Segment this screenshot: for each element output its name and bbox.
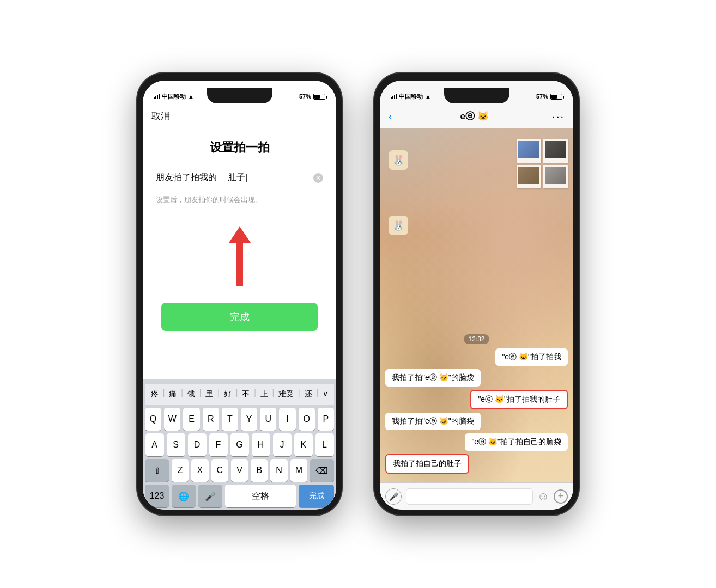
avatar-image: 🐰 [389, 150, 408, 170]
suggestion-8[interactable]: 难受 [275, 388, 297, 400]
sep-4: | [217, 388, 220, 400]
contact-avatar-2: 🐰 [385, 216, 411, 235]
key-123[interactable]: 123 [145, 485, 169, 507]
suggestion-9[interactable]: 还 [301, 388, 315, 400]
key-r[interactable]: R [203, 408, 219, 431]
key-m[interactable]: M [290, 459, 307, 482]
msg-2: 我拍了拍"eⓔ 🐱"的脑袋 [385, 369, 568, 387]
msg-text-3: "eⓔ 🐱"拍了拍我的肚子 [478, 395, 560, 403]
status-right-2: 57% [536, 93, 562, 100]
clear-button[interactable]: ✕ [313, 173, 323, 183]
sep-8: | [298, 388, 300, 400]
key-y[interactable]: Y [241, 408, 257, 431]
suggestion-1[interactable]: 疼 [148, 388, 162, 400]
polaroid-1 [517, 139, 541, 163]
suggestion-6[interactable]: 不 [239, 388, 253, 400]
key-done[interactable]: 完成 [299, 485, 334, 507]
key-mic[interactable]: 🎤 [198, 485, 222, 507]
key-shift[interactable]: ⇧ [145, 459, 169, 482]
key-e[interactable]: E [183, 408, 199, 431]
suggestion-expand[interactable]: ∨ [319, 388, 331, 400]
polaroid-3-image [518, 167, 539, 184]
suggestion-5[interactable]: 好 [221, 388, 235, 400]
suggestion-2[interactable]: 痛 [166, 388, 180, 400]
key-s[interactable]: S [167, 433, 185, 456]
key-l[interactable]: L [315, 433, 334, 456]
msg-3: "eⓔ 🐱"拍了拍我的肚子 [385, 390, 568, 409]
arrow-shaft [236, 243, 243, 286]
signal-bar-2-1 [391, 97, 392, 99]
key-delete[interactable]: ⌫ [310, 459, 334, 482]
signal-icon [154, 94, 160, 99]
suggestion-7[interactable]: 上 [257, 388, 271, 400]
sep-1: | [163, 388, 165, 400]
signal-icon-2 [391, 94, 397, 99]
key-w[interactable]: W [164, 408, 180, 431]
key-globe[interactable]: 🌐 [172, 485, 196, 507]
polaroid-4-image [545, 167, 566, 184]
arrow-indicator [156, 226, 323, 286]
msg-text-6: 我拍了拍自己的肚子 [393, 459, 462, 468]
suggestion-4[interactable]: 里 [202, 388, 216, 400]
key-o[interactable]: O [299, 408, 315, 431]
signal-bar-3 [157, 95, 158, 99]
msg-time: 12:32 [464, 334, 489, 344]
text-cursor: | [245, 173, 247, 183]
keyboard: 疼 | 痛 | 饿 | 里 | 好 | 不 | 上 | 难受 | 还 [143, 379, 336, 510]
battery-percent-2: 57% [536, 93, 548, 100]
key-b[interactable]: B [251, 459, 268, 482]
nav-bar-1: 取消 [143, 105, 336, 128]
sep-9: | [316, 388, 318, 400]
msg-text-1: "eⓔ 🐱"拍了拍我 [502, 352, 561, 361]
key-k[interactable]: K [294, 433, 313, 456]
key-n[interactable]: N [270, 459, 287, 482]
text-input-area[interactable]: 朋友拍了拍我的 肚子 | ✕ [156, 172, 323, 188]
key-u[interactable]: U [260, 408, 276, 431]
msg-text-4: 我拍了拍"eⓔ 🐱"的脑袋 [392, 416, 474, 425]
chat-nav: ‹ eⓔ 🐱 ··· [380, 105, 573, 128]
key-p[interactable]: P [318, 408, 334, 431]
add-button[interactable]: + [554, 489, 568, 504]
key-d[interactable]: D [188, 433, 207, 456]
text-value: 肚子 [228, 172, 245, 183]
polaroid-4 [543, 165, 568, 188]
keyboard-row-1: Q W E R T Y U I O P [145, 408, 334, 431]
emoji-button[interactable]: ☺ [537, 489, 549, 504]
msg-bubble-5: "eⓔ 🐱"拍了拍自己的脑袋 [465, 433, 568, 451]
hint-text: 设置后，朋友拍你的时候会出现。 [156, 195, 323, 205]
voice-button[interactable]: 🎤 [385, 488, 402, 505]
key-i[interactable]: I [279, 408, 295, 431]
key-g[interactable]: G [230, 433, 249, 456]
chat-text-input[interactable] [406, 488, 533, 505]
key-a[interactable]: A [145, 433, 164, 456]
carrier-label-2: 中国移动 [399, 93, 423, 101]
msg-bubble-4: 我拍了拍"eⓔ 🐱"的脑袋 [385, 413, 481, 430]
msg-text-2: 我拍了拍"eⓔ 🐱"的脑袋 [392, 373, 474, 382]
sep-5: | [236, 388, 238, 400]
signal-bar-4 [159, 94, 160, 99]
back-button[interactable]: ‹ [389, 110, 392, 122]
key-t[interactable]: T [222, 408, 238, 431]
key-v[interactable]: V [231, 459, 248, 482]
cancel-button[interactable]: 取消 [151, 110, 170, 122]
key-c[interactable]: C [211, 459, 228, 482]
key-j[interactable]: J [273, 433, 292, 456]
wifi-icon-2: ▲ [425, 93, 431, 100]
msg-bubble-6: 我拍了拍自己的肚子 [385, 454, 469, 474]
phone-1-content: 中国移动 ▲ 13:58 57% 取消 设置拍一拍 [143, 81, 336, 510]
battery-fill-2 [551, 95, 557, 99]
key-q[interactable]: Q [145, 408, 161, 431]
key-z[interactable]: Z [172, 459, 189, 482]
battery-icon [313, 94, 325, 100]
key-f[interactable]: F [209, 433, 228, 456]
text-prefix: 朋友拍了拍我的 [156, 172, 217, 183]
wifi-icon: ▲ [188, 93, 194, 100]
key-space[interactable]: 空格 [225, 485, 296, 507]
key-h[interactable]: H [252, 433, 270, 456]
key-x[interactable]: X [191, 459, 208, 482]
battery-percent: 57% [299, 93, 311, 100]
done-button[interactable]: 完成 [161, 303, 318, 331]
suggestion-3[interactable]: 饿 [184, 388, 198, 400]
more-button[interactable]: ··· [552, 110, 565, 122]
polaroid-2 [543, 139, 568, 163]
